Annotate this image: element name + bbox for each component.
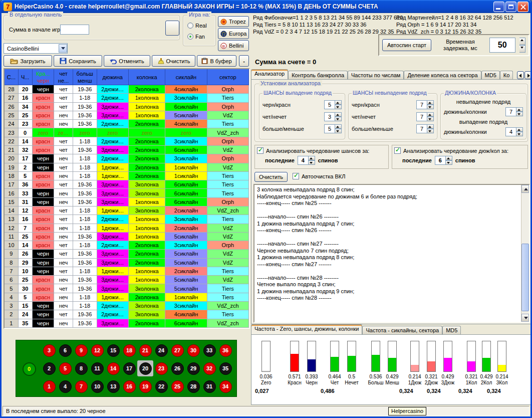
board-number-6[interactable]: 6 bbox=[57, 342, 73, 358]
board-number-17[interactable]: 17 bbox=[121, 360, 137, 376]
board-number-29[interactable]: 29 bbox=[185, 360, 201, 376]
tab-анализатор[interactable]: Анализатор bbox=[251, 69, 288, 79]
dozen-miss-spin-down-icon[interactable] bbox=[516, 112, 523, 116]
clear-log-button[interactable]: Очистить bbox=[254, 172, 288, 182]
start-sum-input[interactable] bbox=[60, 25, 89, 35]
miss-1-spin-up-icon[interactable] bbox=[427, 100, 434, 105]
maximize-button[interactable] bbox=[505, 2, 516, 12]
board-number-36[interactable]: 36 bbox=[217, 342, 233, 358]
analyze-dozens-checkbox[interactable] bbox=[394, 147, 401, 154]
board-number-18[interactable]: 18 bbox=[121, 342, 137, 358]
casino-button-europa[interactable]: Europa bbox=[218, 28, 249, 39]
miss-3-value[interactable]: 7 bbox=[416, 124, 427, 133]
board-number-31[interactable]: 31 bbox=[201, 378, 217, 394]
action-button-5[interactable]: В буфер bbox=[197, 55, 236, 67]
radio-fan-icon[interactable] bbox=[187, 34, 193, 40]
board-number-22[interactable]: 22 bbox=[153, 378, 169, 394]
hit-1-spin-up-icon[interactable] bbox=[335, 100, 342, 105]
miss-3-spin-down-icon[interactable] bbox=[427, 129, 434, 133]
hit-3-spin-down-icon[interactable] bbox=[335, 129, 342, 133]
miss-2-spin-up-icon[interactable] bbox=[427, 112, 434, 117]
miss-1-spin-down-icon[interactable] bbox=[427, 105, 434, 109]
hit-1-value[interactable]: 5 bbox=[324, 100, 335, 109]
chances-window-spin-down-icon[interactable] bbox=[309, 160, 315, 165]
radio-real[interactable]: Real bbox=[187, 23, 207, 29]
board-number-1[interactable]: 1 bbox=[41, 378, 57, 394]
board-number-20[interactable]: 20 bbox=[137, 360, 153, 376]
hit-2-value[interactable]: 3 bbox=[324, 112, 335, 121]
board-number-23[interactable]: 23 bbox=[153, 360, 169, 376]
dozen-hit-spin-up-icon[interactable] bbox=[516, 127, 523, 132]
hit-3-spin-up-icon[interactable] bbox=[335, 124, 342, 129]
radio-fan[interactable]: Fan bbox=[187, 34, 205, 40]
board-number-24[interactable]: 24 bbox=[153, 342, 169, 358]
dozens-window-spin-down-icon[interactable] bbox=[446, 160, 452, 165]
hit-2-spin-down-icon[interactable] bbox=[335, 117, 342, 121]
board-number-2[interactable]: 2 bbox=[41, 360, 57, 376]
board-number-12[interactable]: 12 bbox=[89, 342, 105, 358]
delay-input[interactable] bbox=[489, 38, 515, 53]
board-number-19[interactable]: 19 bbox=[137, 378, 153, 394]
miss-1-value[interactable]: 7 bbox=[416, 100, 427, 109]
board-number-3[interactable]: 3 bbox=[41, 342, 57, 358]
action-button-2[interactable]: Сохранить bbox=[54, 55, 102, 67]
board-number-10[interactable]: 10 bbox=[89, 378, 105, 394]
miss-2-spin-down-icon[interactable] bbox=[427, 117, 434, 121]
board-number-25[interactable]: 25 bbox=[169, 378, 185, 394]
chances-window-spin-up-icon[interactable] bbox=[309, 156, 315, 160]
board-number-27[interactable]: 27 bbox=[169, 342, 185, 358]
hit-2-spin-up-icon[interactable] bbox=[335, 112, 342, 117]
hit-1-spin-down-icon[interactable] bbox=[335, 105, 342, 109]
combobox-dropdown-button[interactable] bbox=[59, 44, 67, 53]
title-bar[interactable]: 7 HelperCasino 4.0 - create helperroulle… bbox=[2, 0, 530, 13]
dozens-window-value[interactable]: 6 bbox=[435, 156, 446, 165]
board-number-9[interactable]: 9 bbox=[73, 342, 89, 358]
board-number-11[interactable]: 11 bbox=[89, 360, 105, 376]
tab-md5[interactable]: MD5 bbox=[442, 326, 461, 334]
board-number-14[interactable]: 14 bbox=[105, 360, 121, 376]
board-number-35[interactable]: 35 bbox=[217, 360, 233, 376]
action-button-4[interactable]: Очистить bbox=[152, 55, 195, 67]
dozen-hit-spin-down-icon[interactable] bbox=[516, 132, 523, 136]
scroll-down-icon[interactable] bbox=[521, 314, 529, 322]
autoclear-checkbox[interactable] bbox=[293, 173, 299, 179]
scrollbar-thumb[interactable] bbox=[521, 244, 529, 311]
tab-scroll-right-icon[interactable] bbox=[524, 71, 531, 79]
scrollbar-track[interactable] bbox=[521, 193, 529, 314]
board-number-5[interactable]: 5 bbox=[57, 360, 73, 376]
board-number-13[interactable]: 13 bbox=[105, 378, 121, 394]
delay-spin-down-icon[interactable] bbox=[519, 45, 525, 53]
detach-panel-button[interactable] bbox=[165, 21, 179, 36]
analyzer-log[interactable]: 3 колонка невыпадала подряд 8 спин; Набл… bbox=[253, 184, 530, 323]
board-number-7[interactable]: 7 bbox=[73, 378, 89, 394]
action-button-1[interactable]: Загрузить bbox=[4, 55, 52, 67]
minimize-button[interactable] bbox=[493, 2, 504, 12]
chances-window-value[interactable]: 4 bbox=[298, 156, 309, 165]
tab-частота-zero-шансы-дюжины-колонки[interactable]: Частота - Zero, шансы, дюжины, колонки bbox=[251, 324, 362, 334]
board-number-0[interactable]: 0 bbox=[20, 361, 38, 377]
board-number-4[interactable]: 4 bbox=[57, 378, 73, 394]
hit-3-value[interactable]: 5 bbox=[324, 124, 335, 133]
board-number-21[interactable]: 21 bbox=[137, 342, 153, 358]
casino-combobox[interactable]: CasinoBellini bbox=[4, 43, 68, 54]
log-scrollbar[interactable] bbox=[521, 185, 529, 322]
tab-scroll-left-icon[interactable] bbox=[517, 71, 524, 79]
board-number-33[interactable]: 33 bbox=[201, 342, 217, 358]
dozens-window-spin-up-icon[interactable] bbox=[446, 156, 452, 160]
tab-частота-сиклайны-сектора[interactable]: Частота - сиклайны, сектора bbox=[362, 326, 442, 334]
tab-деление-колеса-на-сектора[interactable]: Деление колеса на сектора bbox=[404, 71, 481, 79]
board-number-26[interactable]: 26 bbox=[169, 360, 185, 376]
close-button[interactable] bbox=[517, 2, 528, 12]
tab-ко[interactable]: Ко bbox=[500, 71, 513, 79]
board-number-16[interactable]: 16 bbox=[121, 378, 137, 394]
tab-md5[interactable]: MD5 bbox=[481, 71, 500, 79]
miss-3-spin-up-icon[interactable] bbox=[427, 124, 434, 129]
spin-history-table[interactable]: С...Ч...Кра...чернчетне...большменшдюжин… bbox=[4, 68, 250, 329]
miss-2-value[interactable]: 7 bbox=[416, 112, 427, 121]
tab-контроль-банкролла[interactable]: Контроль банкролла bbox=[288, 71, 348, 79]
dozen-miss-value[interactable]: 7 bbox=[505, 107, 516, 116]
dozen-hit-value[interactable]: 4 bbox=[505, 127, 516, 136]
tab-частоты-по-числам[interactable]: Частоты по числам bbox=[348, 71, 404, 79]
casino-button-tropez[interactable]: Tropez bbox=[218, 16, 249, 27]
collapse-button[interactable]: - bbox=[239, 55, 249, 67]
